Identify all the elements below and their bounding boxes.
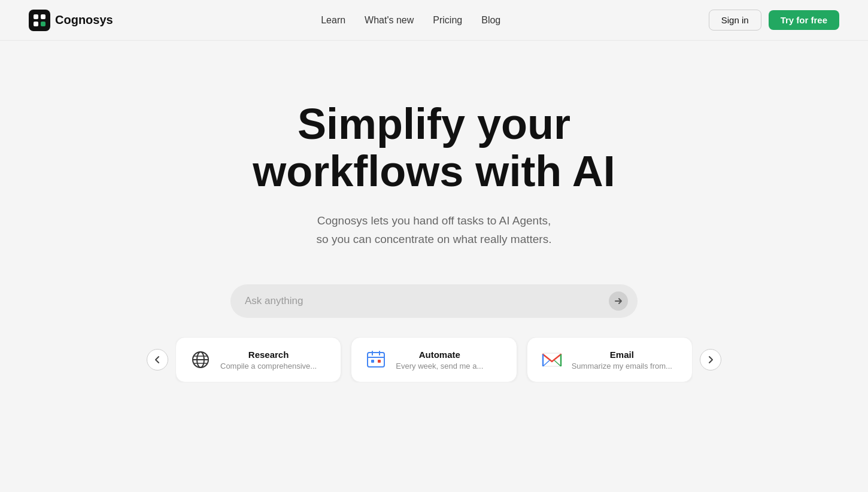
- nav-link-pricing[interactable]: Pricing: [433, 15, 462, 26]
- chevron-right-icon: [706, 356, 715, 364]
- chevron-left-icon: [153, 356, 162, 364]
- svg-rect-15: [378, 360, 381, 363]
- automate-card-text: Automate Every week, send me a...: [396, 350, 483, 370]
- research-card-title: Research: [220, 350, 317, 360]
- nav-link-blog[interactable]: Blog: [481, 15, 500, 26]
- logo[interactable]: Cognosys: [29, 10, 113, 31]
- email-card-desc: Summarize my emails from...: [572, 362, 672, 370]
- hero-subtitle: Cognosys lets you hand off tasks to AI A…: [317, 212, 552, 248]
- navbar: Cognosys Learn What's new Pricing Blog S…: [0, 0, 868, 41]
- suggestion-card-automate[interactable]: Automate Every week, send me a...: [351, 337, 517, 382]
- svg-rect-0: [29, 10, 50, 31]
- carousel-prev-button[interactable]: [147, 349, 168, 370]
- suggestion-card-email[interactable]: Email Summarize my emails from...: [527, 337, 693, 382]
- automate-icon-wrap: [365, 348, 387, 371]
- logo-icon: [29, 10, 50, 31]
- svg-rect-3: [34, 22, 38, 26]
- research-card-text: Research Compile a comprehensive...: [220, 350, 317, 370]
- email-card-text: Email Summarize my emails from...: [572, 350, 672, 370]
- logo-text: Cognosys: [55, 13, 113, 27]
- suggestion-card-research[interactable]: Research Compile a comprehensive...: [175, 337, 341, 382]
- gmail-icon: [542, 350, 562, 370]
- arrow-right-icon: [614, 296, 623, 306]
- email-card-title: Email: [572, 350, 672, 360]
- nav-link-learn[interactable]: Learn: [321, 15, 345, 26]
- research-icon-wrap: [189, 348, 212, 371]
- automate-card-desc: Every week, send me a...: [396, 362, 483, 370]
- carousel-next-button[interactable]: [700, 349, 721, 370]
- globe-icon: [190, 349, 211, 370]
- svg-rect-1: [34, 14, 38, 19]
- nav-link-whats-new[interactable]: What's new: [365, 15, 414, 26]
- svg-rect-14: [371, 360, 374, 363]
- sign-in-button[interactable]: Sign in: [709, 10, 761, 31]
- suggestion-cards-row: Research Compile a comprehensive...: [175, 337, 693, 382]
- search-input[interactable]: [230, 284, 638, 318]
- try-free-button[interactable]: Try for free: [769, 10, 839, 30]
- suggestion-cards-wrapper: Research Compile a comprehensive...: [147, 337, 721, 382]
- hero-section: Simplify your workflows with AI Cognosys…: [0, 41, 868, 418]
- nav-links: Learn What's new Pricing Blog: [321, 15, 500, 26]
- automate-card-title: Automate: [396, 350, 483, 360]
- search-submit-button[interactable]: [609, 291, 628, 311]
- svg-rect-4: [41, 22, 45, 26]
- hero-title: Simplify your workflows with AI: [253, 101, 615, 195]
- search-container: [230, 284, 638, 318]
- research-card-desc: Compile a comprehensive...: [220, 362, 317, 370]
- email-icon-wrap: [541, 348, 563, 371]
- svg-rect-10: [368, 353, 384, 367]
- svg-rect-2: [41, 14, 45, 19]
- nav-actions: Sign in Try for free: [709, 10, 839, 31]
- calendar-icon: [366, 350, 386, 370]
